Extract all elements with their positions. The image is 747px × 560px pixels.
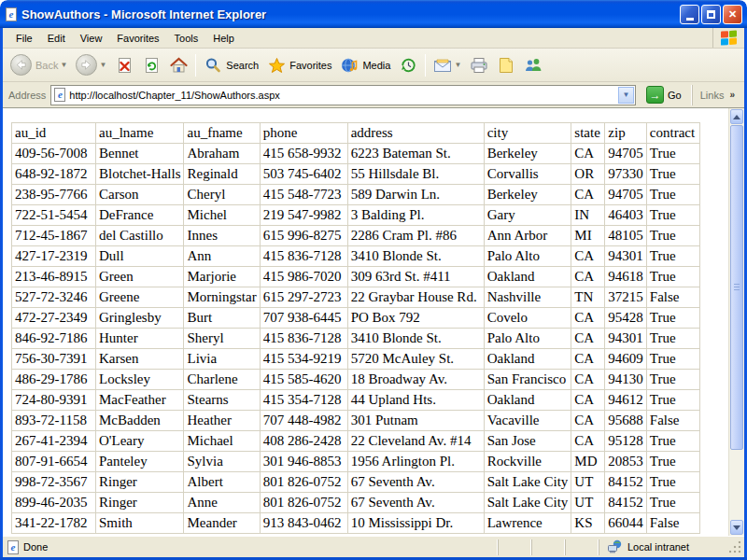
table-body: 409-56-7008BennetAbraham415 658-99326223…	[12, 144, 700, 534]
back-button[interactable]: Back ▼	[7, 51, 71, 79]
table-cell: 893-72-1158	[12, 411, 96, 431]
table-cell: 219 547-9982	[260, 205, 347, 226]
table-cell: Berkeley	[484, 185, 571, 205]
menu-item-favorites[interactable]: Favorites	[109, 30, 166, 47]
menu-item-edit[interactable]: Edit	[40, 30, 73, 47]
table-row: 756-30-7391KarsenLivia415 534-92195720 M…	[12, 349, 700, 370]
refresh-button[interactable]	[138, 51, 164, 79]
table-cell: TN	[571, 287, 605, 308]
column-header: contract	[646, 123, 699, 144]
title-bar[interactable]: e ShowAuthors - Microsoft Internet Explo…	[0, 0, 747, 28]
table-cell: Greene	[96, 287, 184, 308]
table-cell: 899-46-2035	[12, 493, 96, 513]
favorites-star-icon	[267, 56, 286, 75]
table-cell: True	[646, 267, 699, 287]
media-icon	[340, 56, 359, 75]
table-cell: True	[646, 370, 699, 390]
table-cell: Livia	[184, 349, 260, 370]
home-icon	[169, 56, 188, 75]
history-button[interactable]	[395, 51, 421, 79]
table-row: 846-92-7186HunterSheryl415 836-71283410 …	[12, 329, 700, 349]
table-cell: 66044	[605, 513, 647, 534]
table-cell: Palo Alto	[484, 329, 571, 349]
scrollbar-thumb[interactable]	[730, 125, 743, 450]
forward-icon	[76, 54, 97, 76]
media-button[interactable]: Media	[336, 51, 394, 79]
search-button[interactable]: Search	[200, 51, 262, 79]
table-cell: 3 Balding Pl.	[347, 205, 484, 226]
table-cell: 807-91-6654	[12, 452, 96, 472]
menu-item-tools[interactable]: Tools	[167, 30, 206, 47]
go-button[interactable]: → Go	[641, 83, 687, 107]
menu-item-file[interactable]: File	[8, 30, 40, 47]
column-header: au_id	[12, 123, 96, 144]
table-cell: Stearns	[184, 390, 260, 411]
table-cell: Sheryl	[184, 329, 260, 349]
address-dropdown-button[interactable]: ▼	[618, 87, 634, 104]
address-input[interactable]: e http://localhost/Chapter_11/ShowAuthor…	[50, 85, 636, 105]
windows-logo	[712, 28, 744, 48]
back-dropdown-icon: ▼	[60, 61, 67, 69]
mail-button[interactable]: ▼	[430, 51, 465, 79]
window-title: ShowAuthors - Microsoft Internet Explore…	[21, 7, 680, 21]
security-zone-panel: Local intranet	[599, 539, 729, 555]
table-cell: CA	[571, 308, 605, 329]
maximize-button[interactable]	[701, 5, 721, 24]
menu-item-view[interactable]: View	[73, 30, 110, 47]
status-panel	[498, 539, 531, 555]
minimize-button[interactable]	[680, 5, 699, 24]
column-header: au_lname	[96, 123, 184, 144]
edit-button[interactable]	[493, 51, 519, 79]
table-cell: DeFrance	[96, 205, 184, 226]
table-cell: True	[646, 349, 699, 370]
table-cell: Vacaville	[484, 411, 571, 431]
forward-button[interactable]: ▼	[72, 51, 110, 79]
resize-grip[interactable]	[729, 539, 742, 555]
links-bar[interactable]: Links »	[692, 85, 740, 105]
maximize-icon	[707, 10, 715, 19]
table-cell: 472-27-2349	[12, 308, 96, 329]
home-button[interactable]	[165, 51, 191, 79]
table-cell: Heather	[184, 411, 260, 431]
table-cell: 415 354-7128	[260, 390, 347, 411]
table-cell: Berkeley	[484, 144, 571, 164]
close-button[interactable]: ✕	[723, 5, 742, 24]
table-cell: Oakland	[484, 349, 571, 370]
table-cell: Michael	[184, 431, 260, 452]
scrollbar-grip-icon	[734, 284, 740, 291]
scroll-down-button[interactable]	[730, 520, 743, 535]
table-row: 998-72-3567RingerAlbert801 826-075267 Se…	[12, 472, 700, 493]
table-cell: Smith	[96, 513, 184, 534]
web-page: au_idau_lnameau_fnamephoneaddresscitysta…	[3, 108, 728, 536]
table-cell: Dull	[96, 246, 184, 267]
table-cell: Carson	[96, 185, 184, 205]
table-cell: True	[646, 390, 699, 411]
table-cell: McBadden	[96, 411, 184, 431]
scroll-up-button[interactable]	[730, 109, 743, 124]
messenger-button[interactable]	[520, 51, 546, 79]
table-cell: 10 Mississippi Dr.	[347, 513, 484, 534]
messenger-icon	[524, 56, 543, 75]
table-cell: Ringer	[96, 472, 184, 493]
table-cell: 415 534-9219	[260, 349, 347, 370]
table-cell: 95128	[605, 431, 647, 452]
search-icon	[204, 56, 222, 75]
table-row: 722-51-5454DeFranceMichel219 547-99823 B…	[12, 205, 700, 226]
table-row: 267-41-2394O'LearyMichael408 286-242822 …	[12, 431, 700, 452]
vertical-scrollbar[interactable]	[728, 108, 744, 536]
table-cell: MI	[571, 226, 605, 246]
table-cell: 94705	[605, 185, 647, 205]
table-cell: del Castillo	[96, 226, 184, 246]
status-text: Done	[23, 541, 48, 553]
favorites-button[interactable]: Favorites	[263, 51, 335, 79]
toolbar: Back ▼ ▼	[3, 49, 744, 82]
menu-item-help[interactable]: Help	[205, 30, 242, 47]
table-cell: CA	[571, 329, 605, 349]
table-cell: 3410 Blonde St.	[347, 329, 484, 349]
table-cell: 801 826-0752	[260, 493, 347, 513]
table-cell: 615 996-8275	[260, 226, 347, 246]
table-cell: Innes	[184, 226, 260, 246]
stop-button[interactable]	[111, 51, 137, 79]
close-icon: ✕	[728, 8, 737, 21]
print-button[interactable]	[466, 51, 492, 79]
